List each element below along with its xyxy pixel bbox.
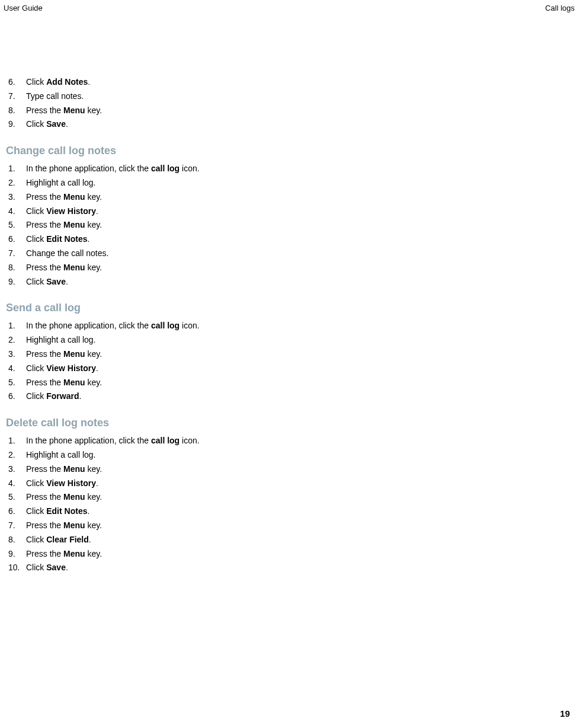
list-item: 10.Click Save.	[6, 561, 577, 575]
step-number: 10.	[8, 561, 21, 575]
section-title: Change call log notes	[6, 145, 577, 157]
list-item: 9.Press the Menu key.	[6, 547, 577, 561]
step-text: Click Edit Notes.	[26, 505, 89, 519]
bold-text: Menu	[63, 521, 85, 530]
list-item: 2.Highlight a call log.	[6, 333, 577, 347]
bold-text: Forward	[46, 391, 79, 401]
step-number: 8.	[8, 533, 21, 547]
bold-text: Menu	[63, 378, 85, 387]
bold-text: Menu	[63, 349, 85, 359]
step-number: 7.	[8, 90, 21, 104]
step-number: 5.	[8, 490, 21, 505]
step-text: In the phone application, click the call…	[26, 162, 200, 176]
step-number: 6.	[8, 505, 21, 519]
bold-text: call log	[151, 164, 179, 173]
step-text: Type call notes.	[26, 90, 84, 104]
step-text: In the phone application, click the call…	[26, 319, 200, 333]
step-number: 1.	[8, 162, 21, 176]
list-item: 8.Press the Menu key.	[6, 104, 577, 118]
step-number: 1.	[8, 434, 21, 448]
step-text: Highlight a call log.	[26, 448, 96, 462]
list-item: 6.Click Edit Notes.	[6, 505, 577, 519]
step-text: Highlight a call log.	[26, 176, 96, 190]
step-number: 1.	[8, 319, 21, 333]
list-item: 9.Click Save.	[6, 117, 577, 132]
step-number: 7.	[8, 519, 21, 533]
step-number: 3.	[8, 347, 21, 362]
step-number: 2.	[8, 448, 21, 462]
list-item: 1.In the phone application, click the ca…	[6, 434, 577, 448]
bold-text: call log	[151, 436, 179, 445]
step-number: 5.	[8, 376, 21, 390]
step-text: Press the Menu key.	[26, 490, 102, 505]
step-text: Click View History.	[26, 477, 98, 491]
step-text: Click Add Notes.	[26, 75, 90, 90]
list-item: 6.Click Add Notes.	[6, 75, 577, 90]
step-number: 9.	[8, 275, 21, 289]
step-text: Click Save.	[26, 561, 68, 575]
bold-text: Menu	[63, 192, 85, 202]
step-number: 6.	[8, 232, 21, 247]
step-text: Click Edit Notes.	[26, 232, 89, 247]
bold-text: Menu	[63, 464, 85, 474]
header: User Guide Call logs	[0, 0, 577, 12]
step-number: 8.	[8, 261, 21, 275]
step-number: 6.	[8, 75, 21, 90]
bold-text: Menu	[63, 220, 85, 229]
list-item: 6.Click Forward.	[6, 389, 577, 404]
list-item: 3.Press the Menu key.	[6, 190, 577, 205]
list-item: 3.Press the Menu key.	[6, 347, 577, 362]
list-item: 4.Click View History.	[6, 477, 577, 491]
steps-list: 1.In the phone application, click the ca…	[6, 434, 577, 575]
list-item: 8.Press the Menu key.	[6, 261, 577, 275]
list-item: 3.Press the Menu key.	[6, 462, 577, 477]
step-number: 4.	[8, 205, 21, 219]
list-item: 7.Type call notes.	[6, 90, 577, 104]
bold-text: Menu	[63, 549, 85, 558]
step-number: 7.	[8, 247, 21, 261]
step-text: Press the Menu key.	[26, 376, 102, 390]
step-text: Highlight a call log.	[26, 333, 96, 347]
list-item: 4.Click View History.	[6, 205, 577, 219]
bold-text: Menu	[63, 263, 85, 272]
list-item: 7.Press the Menu key.	[6, 519, 577, 533]
bold-text: Add Notes	[46, 77, 88, 87]
bold-text: Menu	[63, 492, 85, 502]
step-text: In the phone application, click the call…	[26, 434, 200, 448]
section-title: Send a call log	[6, 302, 577, 314]
list-item: 2.Highlight a call log.	[6, 176, 577, 190]
step-text: Press the Menu key.	[26, 104, 102, 118]
step-text: Press the Menu key.	[26, 190, 102, 205]
step-number: 2.	[8, 333, 21, 347]
list-item: 1.In the phone application, click the ca…	[6, 162, 577, 176]
list-item: 8.Click Clear Field.	[6, 533, 577, 547]
steps-list: 1.In the phone application, click the ca…	[6, 319, 577, 404]
step-text: Click View History.	[26, 205, 98, 219]
list-item: 5.Press the Menu key.	[6, 490, 577, 505]
bold-text: call log	[151, 321, 179, 330]
step-number: 8.	[8, 104, 21, 118]
steps-list: 1.In the phone application, click the ca…	[6, 162, 577, 289]
step-number: 4.	[8, 362, 21, 376]
list-item: 7.Change the call notes.	[6, 247, 577, 261]
page-number: 19	[560, 708, 570, 719]
step-text: Press the Menu key.	[26, 547, 102, 561]
step-number: 9.	[8, 547, 21, 561]
step-text: Change the call notes.	[26, 247, 108, 261]
bold-text: View History	[46, 478, 96, 488]
step-number: 6.	[8, 389, 21, 404]
step-number: 3.	[8, 462, 21, 477]
step-number: 3.	[8, 190, 21, 205]
list-item: 4.Click View History.	[6, 362, 577, 376]
step-text: Click View History.	[26, 362, 98, 376]
list-item: 9.Click Save.	[6, 275, 577, 289]
list-item: 1.In the phone application, click the ca…	[6, 319, 577, 333]
section-title: Delete call log notes	[6, 417, 577, 429]
sections: Change call log notes1.In the phone appl…	[6, 145, 577, 575]
step-text: Press the Menu key.	[26, 347, 102, 362]
bold-text: Save	[46, 277, 66, 286]
bold-text: Menu	[63, 106, 85, 115]
step-number: 9.	[8, 117, 21, 132]
step-text: Click Save.	[26, 117, 68, 132]
bold-text: Save	[46, 119, 66, 129]
